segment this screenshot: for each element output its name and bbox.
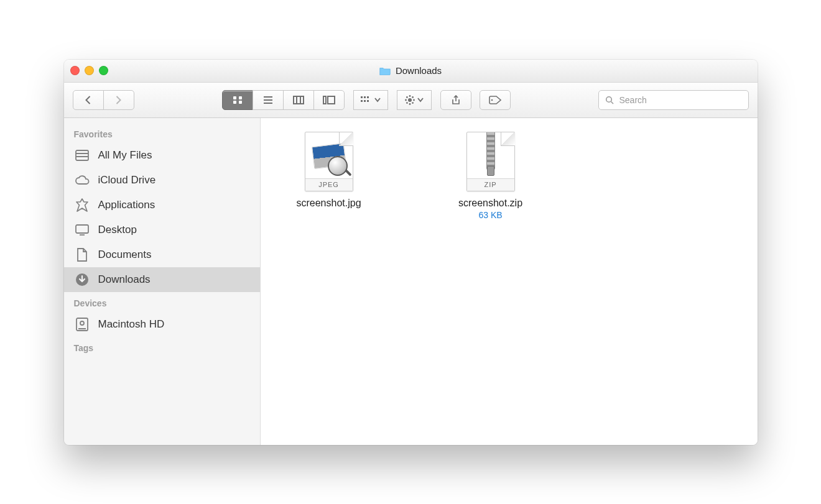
list-view-button[interactable]	[253, 90, 284, 110]
section-header-devices: Devices	[64, 292, 260, 312]
search-input[interactable]	[618, 94, 742, 106]
titlebar[interactable]: Downloads	[64, 60, 758, 83]
downloads-icon	[74, 272, 90, 288]
svg-point-25	[406, 102, 408, 104]
svg-rect-17	[367, 100, 369, 102]
svg-rect-10	[323, 96, 326, 104]
svg-rect-3	[239, 101, 242, 104]
back-button[interactable]	[73, 90, 104, 110]
sidebar-item-documents[interactable]: Documents	[64, 242, 260, 267]
close-button[interactable]	[70, 66, 80, 75]
file-subtitle: 63 KB	[478, 210, 502, 220]
file-type-label: JPEG	[305, 178, 353, 191]
svg-line-29	[611, 101, 613, 104]
sidebar-item-label: Applications	[98, 199, 155, 211]
arrange-group	[353, 90, 388, 110]
documents-icon	[74, 247, 90, 263]
zoom-button[interactable]	[99, 66, 108, 75]
file-type-label: ZIP	[467, 178, 514, 191]
svg-point-22	[413, 99, 415, 101]
svg-point-18	[408, 98, 412, 102]
action-group	[397, 90, 432, 110]
view-mode-buttons	[222, 90, 345, 110]
window-title: Downloads	[396, 65, 442, 76]
arrange-button[interactable]	[353, 90, 388, 110]
disk-icon	[74, 316, 90, 332]
file-name: screenshot.zip	[458, 198, 522, 209]
svg-rect-12	[361, 96, 363, 98]
action-button[interactable]	[397, 90, 432, 110]
sidebar-item-macintosh-hd[interactable]: Macintosh HD	[64, 312, 260, 337]
svg-point-20	[409, 103, 410, 105]
svg-rect-14	[367, 96, 369, 98]
sidebar-item-label: Desktop	[98, 224, 137, 236]
folder-icon	[379, 66, 391, 75]
section-header-favorites: Favorites	[64, 123, 260, 143]
file-archive-icon: ZIP	[466, 132, 515, 191]
svg-point-24	[412, 96, 414, 98]
search-icon	[605, 96, 614, 104]
svg-rect-11	[328, 96, 335, 104]
svg-point-37	[80, 321, 84, 325]
window-controls	[70, 66, 108, 75]
desktop-icon	[74, 222, 90, 238]
svg-point-19	[409, 95, 410, 97]
all-my-files-icon	[74, 147, 90, 163]
svg-rect-15	[361, 100, 363, 102]
applications-icon	[74, 197, 90, 213]
svg-point-27	[491, 99, 493, 101]
nav-buttons	[73, 90, 134, 110]
sidebar-item-desktop[interactable]: Desktop	[64, 218, 260, 242]
coverflow-view-button[interactable]	[313, 90, 345, 110]
svg-rect-2	[233, 101, 236, 104]
share-button[interactable]	[440, 90, 471, 110]
sidebar-item-label: All My Files	[98, 149, 152, 162]
icon-view-button[interactable]	[222, 90, 253, 110]
svg-point-21	[405, 99, 407, 101]
svg-rect-0	[233, 96, 236, 99]
sidebar-item-all-my-files[interactable]: All My Files	[64, 143, 260, 168]
svg-point-23	[406, 96, 408, 98]
toolbar	[64, 83, 758, 118]
sidebar: Favorites All My Files iCloud Drive	[64, 118, 261, 445]
sidebar-item-applications[interactable]: Applications	[64, 193, 260, 218]
sidebar-item-label: Macintosh HD	[98, 318, 165, 331]
content-area[interactable]: JPEG screenshot.jpg ZIP	[261, 118, 758, 445]
svg-rect-7	[294, 96, 304, 104]
search-field[interactable]	[598, 90, 749, 110]
svg-point-28	[606, 96, 611, 102]
tags-button[interactable]	[480, 90, 511, 110]
file-name: screenshot.jpg	[296, 198, 361, 209]
svg-rect-16	[364, 100, 366, 102]
svg-rect-30	[76, 150, 88, 160]
sidebar-item-label: Documents	[98, 249, 152, 261]
svg-point-26	[412, 102, 414, 104]
sidebar-item-label: iCloud Drive	[98, 174, 156, 186]
sidebar-item-label: Downloads	[98, 273, 151, 286]
forward-button[interactable]	[103, 90, 134, 110]
svg-rect-1	[239, 96, 242, 99]
sidebar-item-downloads[interactable]: Downloads	[64, 267, 260, 292]
file-item[interactable]: ZIP screenshot.zip 63 KB	[441, 132, 540, 220]
file-item[interactable]: JPEG screenshot.jpg	[279, 132, 379, 220]
cloud-icon	[74, 172, 90, 188]
minimize-button[interactable]	[85, 66, 94, 75]
finder-window: Downloads	[64, 60, 758, 445]
sidebar-item-icloud-drive[interactable]: iCloud Drive	[64, 168, 260, 193]
file-thumbnail-icon: JPEG	[305, 132, 353, 191]
column-view-button[interactable]	[283, 90, 314, 110]
section-header-tags: Tags	[64, 337, 260, 357]
svg-rect-13	[364, 96, 366, 98]
svg-rect-33	[76, 225, 88, 233]
